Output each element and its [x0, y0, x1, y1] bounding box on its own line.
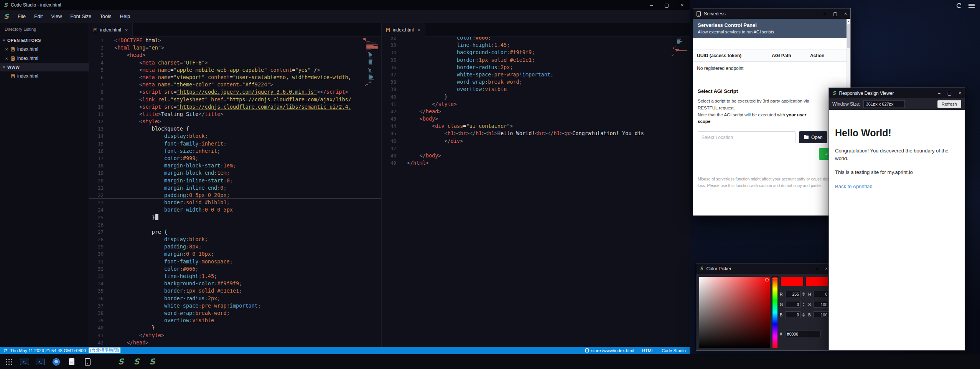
close-icon[interactable]: ×: [5, 56, 8, 61]
code-viewport[interactable]: 1<!DOCTYPE html>2<html lang="en">3 <head…: [89, 37, 381, 347]
code-line[interactable]: 17 color:#999;: [89, 155, 381, 162]
code-line[interactable]: 26: [89, 221, 381, 228]
tab-close-icon[interactable]: ×: [125, 27, 128, 33]
code-line[interactable]: 24 border-width:0 0 0 5px: [89, 206, 381, 213]
select-location-input[interactable]: [698, 131, 796, 143]
rgb-r-input[interactable]: [785, 291, 800, 297]
saturation-field[interactable]: [699, 277, 770, 348]
code-line[interactable]: 18 margin-block-start:1em;: [89, 162, 381, 169]
code-line[interactable]: 25 }: [89, 214, 381, 221]
hue-cursor-icon[interactable]: [772, 277, 778, 278]
code-line[interactable]: 42 </head>: [89, 339, 381, 346]
code-line[interactable]: 21 margin-inline-end:0;: [89, 184, 381, 192]
code-line[interactable]: 39 overflow:visible: [382, 86, 690, 93]
minimap[interactable]: [363, 38, 380, 86]
code-line[interactable]: 31 font-family:monospace;: [89, 258, 381, 265]
close-button[interactable]: ×: [959, 91, 961, 96]
taskbar-icon-code-studio[interactable]: S: [116, 356, 126, 367]
code-line[interactable]: 13 blockquote {: [89, 125, 381, 132]
code-line[interactable]: 44 <div class="ui container">: [382, 122, 690, 130]
minimap[interactable]: [672, 37, 688, 56]
status-file[interactable]: store:/www/index.html: [585, 348, 634, 353]
code-line[interactable]: 22 padding:0 5px 0 20px;: [89, 192, 381, 199]
scroll-up-icon[interactable]: ▲: [847, 19, 850, 22]
code-line[interactable]: 41 </style>: [89, 332, 381, 339]
taskbar-icon-code-studio[interactable]: S: [132, 356, 142, 367]
refresh-button[interactable]: Refresh: [937, 100, 961, 108]
code-line[interactable]: 33 line-height:1.45;: [382, 41, 690, 49]
taskbar-icon-terminal[interactable]: >_: [20, 356, 30, 367]
code-line[interactable]: 36 border-radius:2px;: [89, 295, 381, 302]
hue-slider[interactable]: [772, 277, 777, 348]
minimize-button[interactable]: –: [650, 2, 653, 8]
code-line[interactable]: 35 border:1px solid #e1e1e1;: [89, 287, 381, 295]
code-line[interactable]: 37 white-space:pre-wrap!important;: [89, 302, 381, 309]
code-line[interactable]: 19 margin-block-end:1em;: [89, 169, 381, 177]
code-line[interactable]: 45 <h1><br></h1><h1>Hello World!<br></h1…: [382, 130, 690, 137]
code-line[interactable]: 48 </body>: [382, 152, 690, 159]
hsb-h-input[interactable]: [814, 291, 829, 297]
hsb-b-input[interactable]: [814, 311, 829, 318]
hamburger-menu-icon[interactable]: [968, 3, 975, 8]
code-line[interactable]: 39 overflow:visible: [89, 317, 381, 324]
taskbar-icon-terminal[interactable]: >_: [35, 356, 45, 367]
code-line[interactable]: 9 <link rel="stylesheet" href="https://c…: [89, 96, 381, 103]
stepper-icon[interactable]: [802, 292, 805, 296]
menu-item-view[interactable]: View: [47, 13, 66, 19]
sidebar-item-index-html[interactable]: ×index.html: [0, 54, 89, 63]
code-line[interactable]: 33 line-height:1.45;: [89, 273, 381, 280]
code-line[interactable]: 40 }: [89, 324, 381, 331]
code-line[interactable]: 32 color:#666;: [382, 37, 690, 41]
window-size-input[interactable]: [863, 100, 905, 108]
menu-item-tools[interactable]: Tools: [96, 13, 115, 19]
minimize-button[interactable]: –: [824, 11, 826, 17]
rgb-b-input[interactable]: [785, 311, 800, 318]
minimize-button[interactable]: –: [938, 91, 940, 96]
code-line[interactable]: 27 pre {: [89, 228, 381, 236]
menu-item-file[interactable]: File: [13, 13, 30, 19]
stepper-icon[interactable]: [802, 303, 805, 306]
minimize-button[interactable]: –: [815, 266, 818, 271]
taskbar-icon-document[interactable]: [67, 356, 77, 367]
code-line[interactable]: 43 <body>: [382, 115, 690, 122]
open-button[interactable]: Open: [799, 131, 827, 143]
code-line[interactable]: 37 white-space:pre-wrap!important;: [382, 71, 690, 78]
code-line[interactable]: 11 <title>Testing Site</title>: [89, 111, 381, 118]
saturation-cursor-icon[interactable]: [765, 278, 769, 281]
code-line[interactable]: 35 border:1px solid #e1e1e1;: [382, 56, 690, 64]
code-line[interactable]: 3 <head>: [89, 51, 381, 59]
code-line[interactable]: 34 background-color:#f9f9f9;: [382, 49, 690, 56]
title-bar[interactable]: S Color Picker – ×: [696, 263, 831, 274]
maximize-button[interactable]: ▢: [833, 11, 837, 17]
menu-item-edit[interactable]: Edit: [30, 13, 47, 19]
code-line[interactable]: 41 </style>: [382, 101, 690, 108]
code-line[interactable]: 8 <script src="https://code.jquery.com/j…: [89, 88, 381, 96]
tab-close-icon[interactable]: ×: [418, 27, 421, 33]
scrollbar-thumb[interactable]: [847, 24, 850, 48]
code-line[interactable]: 29 padding:8px;: [89, 243, 381, 250]
code-line[interactable]: 16 font-size:inherit;: [89, 147, 381, 155]
rgb-g-input[interactable]: [785, 301, 800, 308]
tab-index-html[interactable]: index.html ×: [89, 23, 133, 37]
reload-icon[interactable]: [957, 3, 962, 8]
taskbar-icon-app-grid[interactable]: [4, 356, 14, 367]
menu-item-font-size[interactable]: Font Size: [66, 13, 96, 19]
code-line[interactable]: 5 <meta name="apple-mobile-web-app-capab…: [89, 66, 381, 74]
code-line[interactable]: 12 <style>: [89, 118, 381, 125]
code-line[interactable]: 40 }: [382, 93, 690, 101]
sidebar-section-open-editors[interactable]: ▾OPEN EDITORS: [0, 36, 89, 45]
code-line[interactable]: 6 <meta name="viewport" content="user-sc…: [89, 74, 381, 81]
code-viewport[interactable]: 32 color:#666;33 line-height:1.45;34 bac…: [382, 37, 690, 347]
code-line[interactable]: 49</html>: [382, 159, 690, 167]
menu-item-help[interactable]: Help: [116, 13, 135, 19]
code-line[interactable]: 34 background-color:#f9f9f9;: [89, 280, 381, 287]
code-line[interactable]: 38 word-wrap:break-word;: [382, 78, 690, 86]
taskbar-icon-browser[interactable]: [51, 356, 61, 367]
sidebar-section-www[interactable]: ▾WWW: [0, 63, 89, 71]
status-language[interactable]: HTML: [642, 348, 654, 353]
title-bar[interactable]: S Responsive Design Viewer – ▢ ×: [829, 88, 965, 98]
code-line[interactable]: 42 </head>: [382, 108, 690, 115]
code-line[interactable]: 36 border-radius:2px;: [382, 64, 690, 71]
code-line[interactable]: 28 display:block;: [89, 236, 381, 243]
code-line[interactable]: 7 <meta name="theme-color" content="#ff9…: [89, 81, 381, 88]
